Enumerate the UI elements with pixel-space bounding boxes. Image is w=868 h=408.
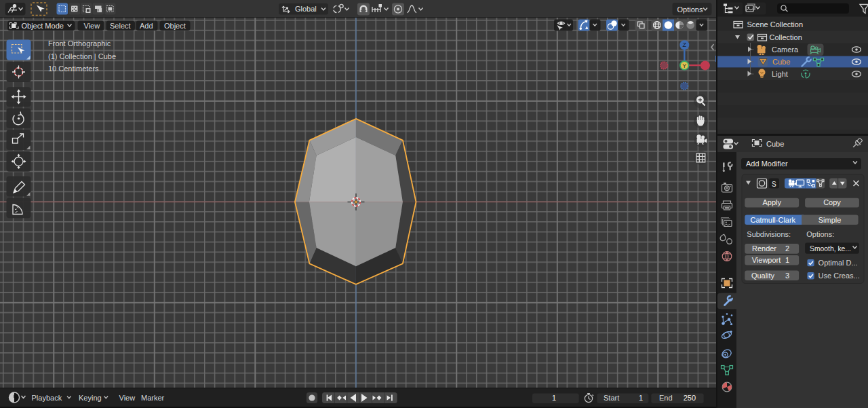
svg-text:Z: Z	[683, 41, 687, 48]
svg-text:S: S	[772, 181, 776, 188]
svg-text:Add: Add	[140, 22, 153, 30]
svg-text:Keying: Keying	[79, 394, 102, 402]
svg-text:Render: Render	[752, 244, 776, 253]
svg-text:Scene Collection: Scene Collection	[747, 20, 804, 29]
svg-text:3: 3	[785, 272, 789, 280]
svg-text:Subdivisions:: Subdivisions:	[747, 230, 791, 238]
svg-text:Global: Global	[295, 5, 317, 13]
svg-text:Options: Options	[677, 5, 703, 14]
svg-text:Catmull-Clark: Catmull-Clark	[750, 216, 795, 224]
svg-text:Viewport: Viewport	[752, 256, 781, 264]
svg-text:250: 250	[684, 394, 696, 402]
svg-text:1: 1	[552, 394, 556, 402]
svg-text:Copy: Copy	[823, 198, 841, 206]
svg-text:Marker: Marker	[141, 394, 165, 402]
svg-text:Light: Light	[772, 70, 788, 78]
svg-text:Cube: Cube	[772, 58, 790, 66]
svg-text:1: 1	[785, 256, 789, 264]
svg-text:Optimal D...: Optimal D...	[818, 259, 858, 267]
svg-text:Start: Start	[604, 394, 619, 402]
svg-text:Use Creas...: Use Creas...	[818, 272, 860, 280]
svg-text:2: 2	[785, 244, 789, 253]
svg-text:View: View	[84, 22, 100, 30]
svg-text:Add Modifier: Add Modifier	[746, 160, 788, 168]
svg-text:Select: Select	[110, 22, 131, 30]
svg-text:Simple: Simple	[818, 216, 842, 224]
svg-text:Y: Y	[682, 62, 686, 69]
svg-text:Smooth, ke...: Smooth, ke...	[810, 244, 851, 253]
svg-text:Cube: Cube	[766, 140, 784, 148]
svg-text:1: 1	[639, 394, 643, 402]
svg-text:Options:: Options:	[806, 230, 834, 238]
svg-text:Collection: Collection	[770, 33, 802, 41]
svg-text:View: View	[119, 394, 136, 402]
svg-text:Quality: Quality	[751, 272, 775, 280]
svg-text:Object: Object	[164, 22, 186, 30]
svg-text:Camera: Camera	[772, 45, 799, 54]
svg-text:Object Mode: Object Mode	[22, 22, 64, 30]
svg-text:End: End	[659, 394, 673, 402]
svg-text:Playback: Playback	[32, 394, 62, 402]
svg-text:Apply: Apply	[762, 198, 781, 206]
